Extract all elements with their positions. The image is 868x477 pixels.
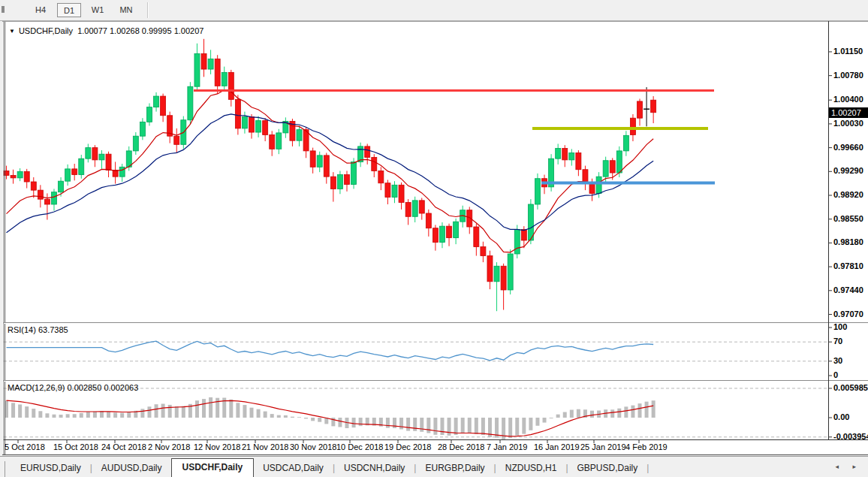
- date-axis-label: 16 Jan 2019: [534, 442, 580, 451]
- rsi-axis-label: 30: [833, 356, 842, 365]
- rsi-axis-label: 70: [833, 337, 842, 346]
- chart-tab-eurgbp[interactable]: EURGBP,Daily: [416, 460, 493, 477]
- chart-title: ▼USDCHF,Daily 1.00077 1.00268 0.99995 1.…: [9, 26, 203, 35]
- tab-scroll-left-icon[interactable]: ◂: [835, 463, 845, 470]
- price-axis-label: 0.99660: [833, 143, 863, 152]
- chart-tab-eurusd[interactable]: EURUSD,Daily: [11, 460, 90, 477]
- price-axis-label: 0.98180: [833, 237, 863, 246]
- rsi-axis-label: 0: [833, 370, 838, 379]
- price-axis-label: 1.01150: [833, 47, 863, 56]
- date-axis-label: 4 Feb 2019: [625, 442, 668, 451]
- macd-axis-label: 0.00: [833, 412, 849, 421]
- date-axis-label: 7 Jan 2019: [487, 442, 527, 451]
- chart-tab-usdcad[interactable]: USDCAD,Daily: [254, 460, 333, 477]
- tab-separator: |: [646, 463, 649, 477]
- symbol-dropdown-icon[interactable]: ▼: [9, 28, 15, 35]
- price-axis-label: 1.00030: [833, 119, 863, 128]
- date-axis-label: 24 Oct 2018: [101, 442, 146, 451]
- chart-tab-nzdusd[interactable]: NZDUSD,H1: [496, 460, 566, 477]
- price-axis-label: 0.98920: [833, 190, 863, 199]
- price-axis-label: 0.97810: [833, 261, 863, 270]
- chart-surface[interactable]: [0, 0, 868, 477]
- price-axis-label: 0.97070: [833, 309, 863, 319]
- macd-axis-label: 0.005985: [833, 383, 868, 392]
- price-axis-label: 0.99290: [833, 166, 863, 175]
- date-axis-label: 28 Dec 2018: [438, 442, 484, 451]
- date-axis-label: 12 Nov 2018: [194, 442, 240, 451]
- tabbar-edge: [0, 461, 5, 477]
- chart-ohlc-values: 1.00077 1.00268 0.99995 1.00207: [77, 26, 203, 35]
- chart-tab-usdchf[interactable]: USDCHF,Daily: [171, 458, 255, 477]
- rsi-indicator-label: RSI(14) 63.7385: [8, 325, 68, 334]
- date-axis-label: 21 Nov 2018: [242, 442, 288, 451]
- price-axis-label: 0.98550: [833, 214, 863, 223]
- date-axis-label: 30 Nov 2018: [290, 442, 336, 451]
- date-axis-label: 19 Dec 2018: [384, 442, 431, 451]
- price-axis-label: 0.97440: [833, 285, 863, 294]
- current-price-tag: 1.00207: [829, 107, 868, 118]
- price-axis-label: 1.00400: [833, 95, 863, 104]
- price-axis-label: 1.00780: [833, 71, 863, 80]
- date-axis-label: 10 Dec 2018: [336, 442, 383, 451]
- macd-indicator-label: MACD(12,26,9) 0.002850 0.002063: [8, 383, 138, 392]
- macd-axis-label: -0.003954: [833, 432, 868, 441]
- chart-tab-audusd[interactable]: AUDUSD,Daily: [92, 460, 171, 477]
- date-axis-label: 15 Oct 2018: [53, 442, 98, 451]
- rsi-axis-label: 100: [833, 322, 847, 331]
- date-axis-label: 25 Jan 2019: [580, 442, 626, 451]
- date-axis-label: 5 Oct 2018: [5, 442, 45, 451]
- chart-tab-bar: EURUSD,Daily|AUDUSD,DailyUSDCHF,DailyUSD…: [0, 456, 868, 477]
- date-axis-label: 2 Nov 2018: [148, 442, 190, 451]
- chart-tab-usdcnh[interactable]: USDCNH,Daily: [335, 460, 414, 477]
- chart-tab-gbpusd[interactable]: GBPUSD,Daily: [568, 460, 647, 477]
- tab-scroll-right-icon[interactable]: ▸: [852, 463, 862, 470]
- chart-symbol-label: USDCHF,Daily: [19, 26, 73, 35]
